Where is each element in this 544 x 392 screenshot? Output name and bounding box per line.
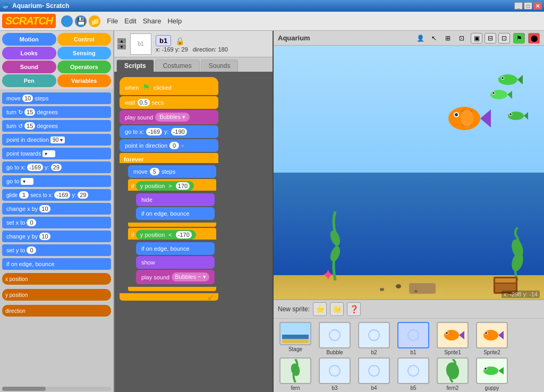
svg-marker-5 [480, 109, 491, 127]
script-edge-bounce-2[interactable]: if on edge, bounce [136, 242, 215, 255]
category-sensing[interactable]: Sensing [57, 47, 112, 59]
block-set-y[interactable]: set y to 0 [2, 244, 111, 256]
sprite-item-b4[interactable]: b4 [355, 357, 393, 391]
svg-point-31 [446, 332, 448, 334]
block-glide[interactable]: glide 1 secs to x: -169 y: 29 [2, 189, 111, 201]
block-x-position[interactable]: x position [2, 273, 111, 285]
svg-marker-14 [507, 91, 512, 99]
view-icon-3[interactable]: ⊡ [498, 33, 510, 44]
script-play-sound-2[interactable]: play sound Bubbles ~ ▾ [136, 270, 215, 284]
sprite-name[interactable]: b1 [156, 35, 171, 46]
script-hide[interactable]: hide [136, 193, 215, 206]
green-flag-button[interactable]: ⚑ [513, 33, 525, 44]
cursor-icon[interactable]: ↖ [428, 33, 440, 44]
script-point-dir[interactable]: point in direction 0 ▾ [120, 139, 218, 152]
tab-sounds[interactable]: Sounds [201, 59, 239, 72]
minimize-button[interactable]: _ [514, 2, 523, 10]
sprite-item-bubble[interactable]: Bubble [316, 322, 353, 355]
sprite-item-sprite2[interactable]: Sprite2 [473, 322, 511, 355]
sprite-item-b5[interactable]: b5 [395, 357, 432, 391]
sprite-nav-up[interactable]: ▲ [117, 38, 126, 44]
block-point-direction[interactable]: point in direction 90 ▾ [2, 134, 111, 146]
category-sound[interactable]: Sound [2, 61, 56, 73]
sprite-item-b3[interactable]: b3 [316, 357, 353, 391]
close-button[interactable]: ✕ [533, 2, 542, 10]
blocks-scrollbar[interactable] [2, 387, 111, 391]
stage-sky [274, 46, 544, 173]
script-if-2[interactable]: if y position < -170 [128, 228, 216, 240]
sprite-nav-down[interactable]: ▼ [117, 44, 126, 49]
resize-icon[interactable]: ⊞ [442, 33, 454, 44]
block-direction[interactable]: direction [2, 305, 111, 317]
tab-costumes[interactable]: Costumes [155, 59, 200, 72]
script-move[interactable]: move 5 steps [128, 165, 216, 178]
sprite-label-bubble: Bubble [326, 350, 343, 355]
script-edge-bounce-1[interactable]: if on edge, bounce [136, 207, 215, 220]
tabs: Scripts Costumes Sounds [114, 57, 273, 72]
sprite-item-stage[interactable]: Stage [277, 322, 314, 355]
sprite-item-guppy[interactable]: guppy [473, 357, 511, 391]
sprite-item-b1[interactable]: b1 [395, 322, 432, 355]
block-edge-bounce[interactable]: if on edge, bounce [2, 258, 111, 270]
maximize-button[interactable]: □ [524, 2, 532, 10]
tab-scripts[interactable]: Scripts [116, 59, 154, 72]
block-point-towards[interactable]: point towards ▾ [2, 148, 111, 159]
script-goto-xy[interactable]: go to x: -169 y: -190 [120, 125, 218, 138]
script-if-2-end [128, 287, 216, 291]
sprite-details: b1 🔒 x: -169 y: 29 direction: 180 [156, 35, 269, 53]
stop-button[interactable]: ⬤ [528, 33, 540, 44]
globe-icon[interactable]: 🌐 [61, 15, 73, 27]
block-set-x[interactable]: set x to 0 [2, 217, 111, 228]
svg-point-8 [461, 109, 473, 128]
category-looks[interactable]: Looks [2, 47, 56, 59]
script-play-sound-1[interactable]: play sound Bubbles ▾ [120, 110, 218, 124]
fullscreen-icon[interactable]: ⊡ [456, 33, 468, 44]
category-pen[interactable]: Pen [2, 74, 56, 87]
category-control[interactable]: Control [57, 33, 112, 46]
scratch-logo: SCRATCH [2, 14, 56, 28]
sprites-toolbar: New sprite: ⭐ 🌟 ❓ [274, 300, 544, 319]
block-goto-xy[interactable]: go to x: -169 y: 29 [2, 161, 111, 173]
script-forever-body: move 5 steps if y position > 170 hide if… [126, 163, 218, 293]
script-show[interactable]: show [136, 256, 215, 269]
block-goto[interactable]: go to ▾ [2, 175, 111, 187]
category-variables[interactable]: Variables [57, 74, 112, 87]
category-operators[interactable]: Operators [57, 61, 112, 73]
svg-point-25 [330, 331, 334, 334]
script-forever-header[interactable]: forever [120, 153, 218, 163]
lock-icon: 🔒 [175, 37, 184, 45]
block-change-y[interactable]: change y by 10 [2, 231, 111, 242]
script-when-clicked[interactable]: when ⚑ clicked [120, 77, 218, 95]
menu-help[interactable]: Help [167, 17, 182, 25]
menu-share[interactable]: Share [143, 17, 162, 25]
script-stack: when ⚑ clicked wait 0.5 secs play sound … [120, 77, 218, 301]
sprite-label-b5: b5 [410, 385, 416, 391]
menu-file[interactable]: File [107, 17, 118, 25]
block-turn-ccw[interactable]: turn ↺ 15 degrees [2, 120, 111, 132]
script-if-1-body: hide if on edge, bounce [134, 192, 216, 221]
category-motion[interactable]: Motion [2, 33, 56, 46]
block-turn-cw[interactable]: turn ↻ 15 degrees [2, 106, 111, 118]
sprite-item-sprite1[interactable]: Sprite1 [434, 322, 471, 355]
save-icon[interactable]: 💾 [75, 15, 87, 27]
svg-point-32 [483, 330, 498, 340]
folder-icon[interactable]: 📁 [89, 15, 100, 27]
sprite-label-fern2: fern2 [447, 385, 459, 391]
block-y-position[interactable]: y position [2, 289, 111, 301]
sprite-item-fern[interactable]: fern [277, 357, 314, 391]
block-change-x[interactable]: change x by 10 [2, 203, 111, 215]
new-sprite-from-file[interactable]: ❓ [347, 302, 361, 316]
script-if-1[interactable]: if y position > 170 [128, 179, 216, 191]
new-sprite-random[interactable]: 🌟 [330, 302, 344, 316]
block-move[interactable]: move 10 steps [2, 92, 111, 104]
view-icon-1[interactable]: ▣ [471, 33, 482, 44]
scripts-area: when ⚑ clicked wait 0.5 secs play sound … [114, 72, 273, 392]
menu-edit[interactable]: Edit [124, 17, 136, 25]
new-sprite-paint[interactable]: ⭐ [313, 302, 327, 316]
sprite-item-b2[interactable]: b2 [355, 322, 393, 355]
sprite-header: ▲ ▼ b1 b1 🔒 x: -169 y: 29 direction: 180 [114, 31, 273, 57]
view-icon-2[interactable]: ⊟ [484, 33, 496, 44]
sprite-item-fern2[interactable]: fern2 [434, 357, 471, 391]
script-wait[interactable]: wait 0.5 secs [120, 96, 218, 109]
stage-canvas: ✦ [274, 46, 544, 299]
